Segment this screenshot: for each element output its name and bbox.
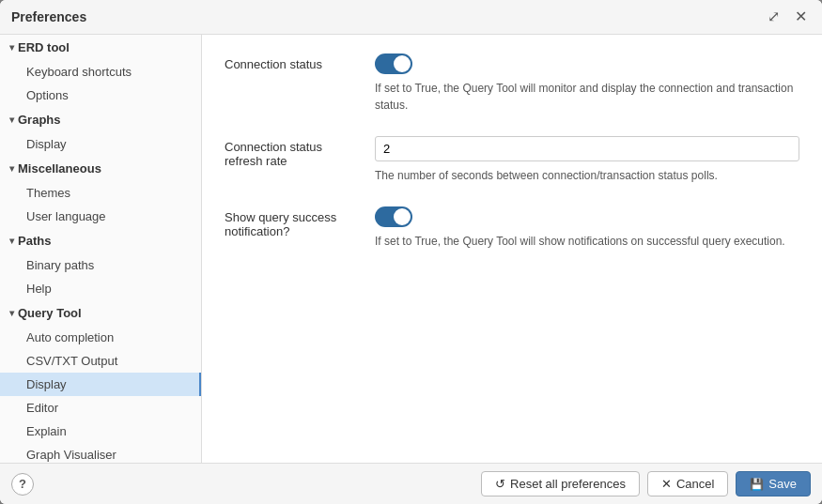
save-button[interactable]: 💾 Save: [736, 471, 811, 496]
reset-button[interactable]: ↺ Reset all preferences: [481, 471, 640, 496]
sidebar-item-user-language[interactable]: User language: [0, 205, 201, 228]
pref-row-refresh-rate: Connection status refresh rate The numbe…: [225, 136, 799, 184]
dialog-header: Preferences ⤢ ✕: [0, 0, 822, 35]
sidebar-group-paths[interactable]: ▾ Paths: [0, 228, 201, 253]
header-icons: ⤢ ✕: [764, 8, 811, 26]
sidebar-group-label-paths: Paths: [18, 234, 51, 248]
sidebar-item-explain[interactable]: Explain: [0, 420, 201, 443]
sidebar-item-editor[interactable]: Editor: [0, 396, 201, 420]
sidebar-group-query-tool[interactable]: ▾ Query Tool: [0, 300, 201, 326]
main-content: Connection status If set to True, the Qu…: [202, 35, 822, 463]
cancel-button[interactable]: ✕ Cancel: [647, 471, 728, 496]
save-icon: 💾: [750, 478, 764, 491]
pref-row-query-success: Show query success notification? If set …: [225, 206, 799, 250]
pref-control-refresh-rate: The number of seconds between connection…: [375, 136, 799, 184]
pref-label-connection-status: Connection status: [225, 53, 375, 71]
connection-status-description: If set to True, the Query Tool will moni…: [375, 80, 799, 114]
pref-control-query-success: If set to True, the Query Tool will show…: [375, 206, 799, 250]
sidebar-item-help[interactable]: Help: [0, 277, 201, 300]
chevron-down-icon: ▾: [9, 42, 14, 53]
sidebar-item-csv-txt-output[interactable]: CSV/TXT Output: [0, 349, 201, 373]
pref-label-query-success: Show query success notification?: [225, 206, 375, 238]
dialog-body: ▾ ERD tool Keyboard shortcuts Options ▾ …: [0, 35, 822, 463]
pref-control-connection-status: If set to True, the Query Tool will moni…: [375, 53, 799, 114]
toggle-thumb: [394, 55, 411, 72]
cancel-label: Cancel: [676, 477, 714, 491]
expand-button[interactable]: ⤢: [764, 8, 783, 26]
toggle-track-on-2: [375, 206, 412, 227]
preferences-dialog: Preferences ⤢ ✕ ▾ ERD tool Keyboard shor…: [0, 0, 822, 504]
sidebar-item-erd-options[interactable]: Options: [0, 84, 201, 107]
pref-label-refresh-rate: Connection status refresh rate: [225, 136, 375, 168]
sidebar-group-label-graphs: Graphs: [18, 113, 61, 127]
chevron-down-icon: ▾: [9, 236, 14, 246]
sidebar-group-erd-tool[interactable]: ▾ ERD tool: [0, 35, 201, 60]
reset-label: Reset all preferences: [510, 477, 626, 491]
sidebar-group-label-misc: Miscellaneous: [18, 161, 101, 176]
chevron-down-icon: ▾: [9, 308, 14, 318]
query-success-description: If set to True, the Query Tool will show…: [375, 233, 799, 250]
toggle-thumb-2: [394, 208, 411, 225]
sidebar-group-graphs[interactable]: ▾ Graphs: [0, 107, 201, 132]
sidebar-item-binary-paths[interactable]: Binary paths: [0, 253, 201, 277]
toggle-track-on: [375, 53, 412, 74]
refresh-rate-description: The number of seconds between connection…: [375, 167, 799, 184]
sidebar-item-graphs-display[interactable]: Display: [0, 132, 201, 156]
sidebar-item-erd-keyboard-shortcuts[interactable]: Keyboard shortcuts: [0, 60, 201, 84]
dialog-title: Preferences: [11, 9, 86, 24]
footer-right: ↺ Reset all preferences ✕ Cancel 💾 Save: [481, 471, 811, 496]
dialog-footer: ? ↺ Reset all preferences ✕ Cancel 💾 Sav…: [0, 463, 822, 504]
sidebar-item-themes[interactable]: Themes: [0, 181, 201, 205]
reset-icon: ↺: [495, 477, 505, 491]
save-label: Save: [768, 477, 797, 491]
sidebar-item-auto-completion[interactable]: Auto completion: [0, 326, 201, 349]
help-button[interactable]: ?: [11, 473, 34, 496]
cancel-icon: ✕: [661, 477, 672, 491]
sidebar: ▾ ERD tool Keyboard shortcuts Options ▾ …: [0, 35, 202, 463]
sidebar-item-graph-visualiser[interactable]: Graph Visualiser: [0, 443, 201, 463]
chevron-down-icon: ▾: [9, 163, 14, 174]
connection-status-toggle[interactable]: [375, 53, 412, 74]
sidebar-group-label-query-tool: Query Tool: [18, 306, 82, 320]
query-success-toggle[interactable]: [375, 206, 412, 227]
refresh-rate-input[interactable]: [375, 136, 799, 161]
footer-left: ?: [11, 473, 34, 496]
pref-row-connection-status: Connection status If set to True, the Qu…: [225, 53, 799, 114]
sidebar-item-display[interactable]: Display: [0, 373, 201, 396]
sidebar-group-miscellaneous[interactable]: ▾ Miscellaneous: [0, 156, 201, 181]
chevron-down-icon: ▾: [9, 115, 14, 125]
close-button[interactable]: ✕: [791, 8, 811, 26]
sidebar-group-label-erd: ERD tool: [18, 40, 70, 54]
